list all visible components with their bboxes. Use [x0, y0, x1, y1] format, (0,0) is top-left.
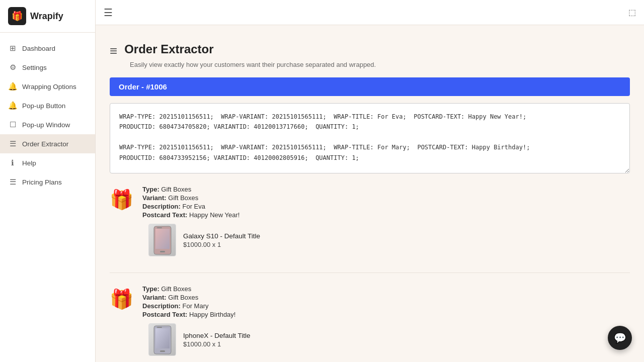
top-right-controls: ⬚: [628, 8, 636, 17]
content-area: ≡ Order Extractor Easily view exactly ho…: [96, 30, 644, 362]
variant-1: Variant: Gift Boxes: [142, 194, 630, 202]
page-title: Order Extractor: [124, 42, 213, 56]
main-content: ☰ ⬚ ≡ Order Extractor Easily view exactl…: [96, 0, 644, 362]
app-logo[interactable]: 🎁 Wrapify: [0, 0, 95, 33]
svg-rect-8: [157, 327, 162, 328]
sidebar-item-wrapping-options[interactable]: 🔔 Wrapping Options: [0, 77, 95, 96]
description-1: Description: For Eva: [142, 203, 630, 210]
settings-icon: ⚙: [8, 63, 17, 72]
product-item-2: IphoneX - Default Title $1000.00 x 1: [148, 323, 630, 356]
sidebar-item-label: Wrapping Options: [22, 83, 76, 90]
page-header: ≡ Order Extractor: [110, 42, 630, 59]
product-price-2: $1000.00 x 1: [183, 340, 251, 348]
sidebar-item-pricing-plans[interactable]: ☰ Pricing Plans: [0, 172, 95, 192]
wrap-info-2: Type: Gift Boxes Variant: Gift Boxes Des…: [142, 285, 630, 356]
pricing-icon: ☰: [8, 177, 17, 187]
sidebar-item-label: Pop-up Window: [22, 121, 70, 129]
sidebar: 🎁 Wrapify ⊞ Dashboard ⚙ Settings 🔔 Wrapp…: [0, 0, 96, 362]
wrapping-options-icon: 🔔: [8, 82, 17, 91]
page-subtitle: Easily view exactly how your customers w…: [130, 61, 630, 68]
product-item-1: Galaxy S10 - Default Title $1000.00 x 1: [148, 224, 630, 256]
product-name-2: IphoneX - Default Title: [183, 332, 251, 339]
chat-icon: 💬: [614, 332, 626, 344]
sidebar-item-label: Pop-up Button: [22, 102, 65, 110]
gift-icon-1: 🎁: [110, 189, 133, 211]
hamburger-menu[interactable]: ☰: [104, 7, 113, 19]
svg-rect-2: [160, 251, 165, 252]
sidebar-item-label: Dashboard: [22, 45, 55, 52]
sidebar-item-order-extractor[interactable]: ☰ Order Extractor: [0, 134, 95, 153]
sidebar-item-label: Pricing Plans: [22, 178, 62, 186]
page-header-icon: ≡: [110, 43, 117, 59]
svg-rect-4: [155, 229, 170, 249]
type-2: Type: Gift Boxes: [142, 285, 630, 293]
popup-window-icon: ☐: [8, 120, 17, 129]
product-details-1: Galaxy S10 - Default Title $1000.00 x 1: [183, 232, 260, 248]
help-icon: ℹ: [8, 158, 17, 167]
gift-icon-2: 🎁: [110, 288, 133, 310]
product-details-2: IphoneX - Default Title $1000.00 x 1: [183, 332, 251, 348]
postcard-2: Postcard Text: Happy Birthday!: [142, 311, 630, 318]
sidebar-item-label: Settings: [22, 64, 47, 71]
wrap-group-1: 🎁 Type: Gift Boxes Variant: Gift Boxes D…: [110, 186, 630, 256]
svg-rect-9: [155, 328, 170, 348]
order-extractor-icon: ☰: [8, 139, 17, 148]
product-price-1: $1000.00 x 1: [183, 241, 260, 248]
sidebar-item-label: Order Extractor: [22, 140, 68, 148]
svg-rect-3: [157, 227, 162, 228]
divider: [110, 273, 630, 273]
sidebar-item-help[interactable]: ℹ Help: [0, 153, 95, 172]
top-bar: ☰ ⬚: [96, 0, 644, 25]
popup-button-icon: 🔔: [8, 101, 17, 110]
raw-data-box[interactable]: WRAP-TYPE: 20215101156511; WRAP-VARIANT:…: [110, 103, 630, 173]
product-image-2: [148, 323, 176, 356]
product-name-1: Galaxy S10 - Default Title: [183, 232, 260, 240]
sidebar-nav: ⊞ Dashboard ⚙ Settings 🔔 Wrapping Option…: [0, 33, 95, 362]
sidebar-item-popup-button[interactable]: 🔔 Pop-up Button: [0, 96, 95, 115]
chat-widget[interactable]: 💬: [608, 326, 632, 350]
wrap-info-1: Type: Gift Boxes Variant: Gift Boxes Des…: [142, 186, 630, 256]
description-2: Description: For Mary: [142, 302, 630, 310]
product-image-1: [148, 224, 176, 256]
logo-text: Wrapify: [30, 11, 63, 22]
svg-rect-7: [160, 350, 165, 352]
sidebar-item-label: Help: [22, 159, 36, 167]
wrap-group-2: 🎁 Type: Gift Boxes Variant: Gift Boxes D…: [110, 285, 630, 356]
type-1: Type: Gift Boxes: [142, 186, 630, 193]
sidebar-item-settings[interactable]: ⚙ Settings: [0, 58, 95, 77]
dashboard-icon: ⊞: [8, 44, 17, 53]
signout-icon[interactable]: ⬚: [628, 8, 636, 17]
variant-2: Variant: Gift Boxes: [142, 294, 630, 301]
order-banner: Order - #1006: [110, 77, 630, 96]
sidebar-item-dashboard[interactable]: ⊞ Dashboard: [0, 39, 95, 58]
logo-icon: 🎁: [8, 7, 26, 25]
sidebar-item-popup-window[interactable]: ☐ Pop-up Window: [0, 115, 95, 134]
postcard-1: Postcard Text: Happy New Year!: [142, 211, 630, 219]
